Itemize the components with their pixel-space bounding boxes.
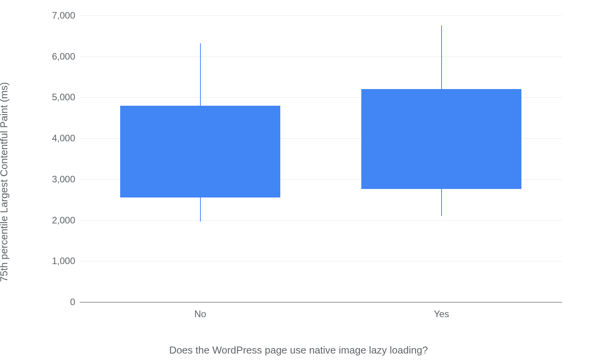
box [361,89,521,189]
y-tick-label: 0 [39,297,75,307]
gridline [80,57,562,57]
y-tick-label: 7,000 [39,10,75,21]
y-axis-label: 75th percentile Largest Contentful Paint… [0,82,10,282]
y-tick-label: 4,000 [39,133,75,144]
plot-area: 01,0002,0003,0004,0005,0006,0007,000NoYe… [70,15,562,302]
box-plot-chart: 75th percentile Largest Contentful Paint… [8,8,589,356]
y-tick-label: 5,000 [39,92,75,103]
y-tick-label: 2,000 [39,215,75,226]
gridline [80,15,562,16]
y-tick-label: 6,000 [39,51,75,62]
x-tick-label: No [194,309,206,319]
gridline [80,261,562,261]
x-axis-label: Does the WordPress page use native image… [169,344,428,356]
y-tick-label: 3,000 [39,174,75,185]
gridline [80,302,562,302]
y-tick-label: 1,000 [39,256,75,266]
gridline [80,220,562,221]
box [120,106,280,198]
x-tick-label: Yes [434,309,449,319]
